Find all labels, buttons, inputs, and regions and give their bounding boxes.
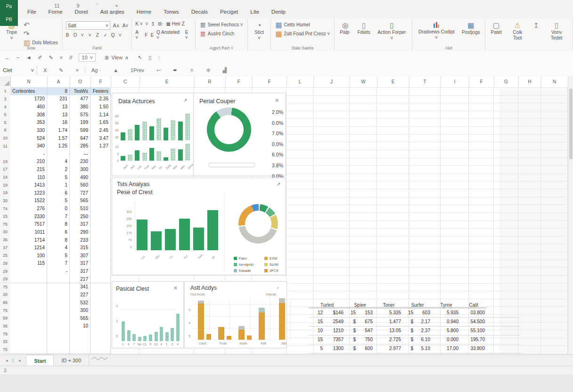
row-header[interactable]: 75: [0, 283, 11, 292]
table-cell[interactable]: 560: [70, 181, 90, 189]
row-header[interactable]: 39: [0, 260, 11, 268]
table-cell[interactable]: 210: [10, 158, 47, 166]
close-icon[interactable]: ✕: [173, 285, 178, 291]
side-table-cell[interactable]: 2.37: [415, 326, 432, 335]
table-cell[interactable]: [90, 189, 111, 197]
ribbon-button-cells-orange-icon[interactable]: ▦2att Foad Pnt Cress ˅: [274, 30, 331, 38]
table-cell[interactable]: 340: [10, 142, 47, 150]
font-style-button[interactable]: ˅: [81, 33, 86, 38]
toolbar-tail-icon-0[interactable]: ↖: [138, 55, 142, 61]
sheet-tab-id-300[interactable]: ID + 300: [54, 355, 89, 366]
table-cell[interactable]: 1.65: [90, 118, 111, 127]
ribbon-button-doc-icon[interactable]: ▯Fdiets: [356, 21, 372, 36]
table-cell[interactable]: 727: [70, 189, 90, 197]
mini-button[interactable]: A ˅: [135, 30, 142, 40]
table-cell[interactable]: 233: [70, 236, 90, 245]
table-cell[interactable]: 6: [47, 189, 70, 197]
status-icon[interactable]: 3: [4, 368, 7, 373]
table-cell[interactable]: [90, 212, 111, 221]
side-table-cell[interactable]: 15: [309, 317, 325, 326]
side-table-cell[interactable]: 675: [358, 317, 375, 326]
toolbar-icon-0[interactable]: ←: [5, 55, 10, 60]
column-header-11[interactable]: W: [350, 76, 377, 87]
font-style-button[interactable]: Q: [111, 33, 116, 38]
table-cell[interactable]: 7: [47, 260, 70, 268]
table-cell[interactable]: [90, 252, 111, 260]
mini-button[interactable]: K ˅: [135, 21, 142, 26]
toolbar-icon-4[interactable]: ✎: [49, 55, 53, 61]
formula-icon-2[interactable]: ×: [70, 67, 85, 73]
table-cell[interactable]: 2.45: [90, 126, 111, 135]
table-cell[interactable]: 1.74: [47, 126, 70, 135]
table-cell[interactable]: 199: [70, 118, 90, 127]
table-cell[interactable]: [70, 338, 90, 346]
font-size-button[interactable]: A˅: [123, 23, 129, 28]
side-table-cell[interactable]: 2.17: [415, 317, 432, 326]
sheet-tab-start[interactable]: Start: [26, 355, 54, 366]
ribbon-button-cells-icon[interactable]: ▦Cetts Humel: [274, 21, 331, 29]
ribbon-tab-ast-arqles[interactable]: Ast arqles: [94, 8, 131, 16]
mini-scroll-box[interactable]: [209, 163, 255, 167]
table-cell[interactable]: [90, 260, 111, 268]
row-header[interactable]: 11: [0, 142, 11, 150]
side-table-cell[interactable]: 195.70: [460, 335, 487, 344]
cell-name-box[interactable]: Ciet˅: [0, 66, 37, 74]
ag-button[interactable]: Ag ·: [85, 67, 107, 73]
table-cell[interactable]: 290: [70, 228, 90, 237]
table-cell[interactable]: 1.14: [90, 111, 111, 119]
table-cell[interactable]: [90, 197, 111, 205]
ribbon-tab-file[interactable]: File: [21, 8, 42, 16]
side-table-cell[interactable]: 55.100: [460, 326, 487, 335]
ribbon-button-undo-icon[interactable]: ↶: [23, 21, 59, 29]
ribbon-button-redo-icon[interactable]: ↷: [23, 30, 59, 38]
column-header-12[interactable]: E: [377, 76, 409, 87]
side-table-cell[interactable]: 33.800: [460, 344, 487, 353]
table-cell[interactable]: 13: [47, 111, 70, 119]
table-cell[interactable]: -: [47, 267, 70, 276]
stamp-icon[interactable]: ▲: [107, 67, 124, 73]
table-cell[interactable]: [90, 228, 111, 237]
table-cell[interactable]: [47, 306, 70, 315]
table-cell[interactable]: [90, 330, 111, 338]
side-table-cell[interactable]: 1210: [325, 326, 345, 335]
side-table-cell[interactable]: $: [345, 344, 358, 353]
side-table-cell[interactable]: $: [345, 317, 358, 326]
side-table-cell[interactable]: 5.335: [375, 308, 403, 317]
column-header-13[interactable]: T: [409, 76, 441, 87]
table-cell[interactable]: 308: [10, 111, 47, 119]
row-header[interactable]: [0, 150, 11, 158]
table-cell[interactable]: 1.27: [90, 142, 111, 150]
table-cell[interactable]: 1714: [10, 236, 47, 245]
row-header[interactable]: 19: [0, 181, 11, 189]
table-cell[interactable]: 285: [70, 142, 90, 150]
side-table-cell[interactable]: 2549: [325, 317, 345, 326]
table-cell[interactable]: 4: [47, 244, 70, 252]
side-table-cell[interactable]: $: [345, 335, 358, 344]
table-cell[interactable]: 110: [10, 173, 47, 182]
table-cell[interactable]: 7: [47, 212, 70, 221]
ribbon-button-clock-icon[interactable]: ◔Stict ˅: [251, 21, 268, 41]
zoom-size-select[interactable]: 10˅: [79, 53, 96, 62]
table-cell[interactable]: 7517: [10, 220, 47, 229]
side-table-cell[interactable]: $: [345, 326, 358, 335]
table-cell[interactable]: [47, 291, 70, 299]
font-style-button[interactable]: ˅: [89, 33, 93, 38]
table-cell[interactable]: 100: [10, 252, 47, 260]
row-header[interactable]: 5: [0, 111, 11, 119]
sheet-nav-icon-1[interactable]: |: [13, 358, 14, 363]
font-style-button[interactable]: Z: [96, 33, 101, 38]
side-table-cell[interactable]: 5.935: [432, 308, 460, 317]
table-cell[interactable]: 276: [10, 204, 47, 213]
column-header-0[interactable]: N: [10, 76, 48, 87]
table-cell[interactable]: 341: [70, 283, 90, 292]
table-cell[interactable]: [90, 173, 111, 182]
row-header[interactable]: 17: [0, 165, 11, 174]
table-cell[interactable]: ---: [70, 150, 90, 158]
table-cell[interactable]: 317: [70, 267, 90, 276]
row-header[interactable]: 19: [0, 158, 11, 166]
table-cell[interactable]: 1: [47, 181, 70, 189]
formula-icon-1[interactable]: ✎: [53, 67, 69, 74]
formula-tail-icon-3[interactable]: ✻: [200, 67, 216, 74]
table-cell[interactable]: 231: [47, 95, 70, 104]
table-cell[interactable]: 477: [70, 95, 90, 104]
